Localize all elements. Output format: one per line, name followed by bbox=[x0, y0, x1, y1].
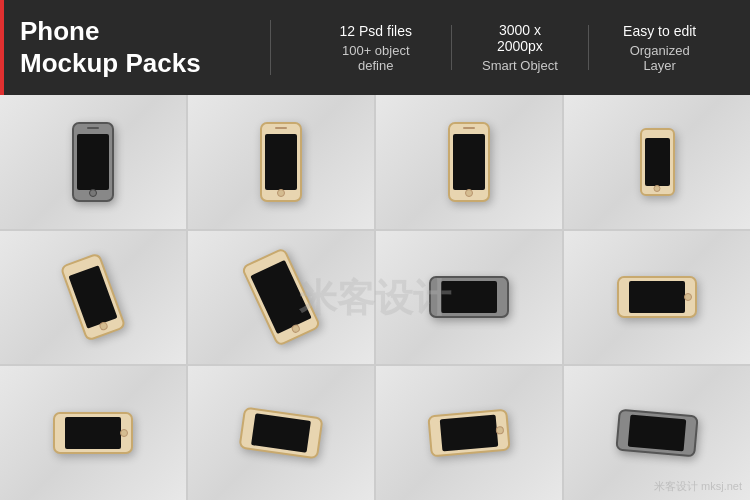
cell-3-4 bbox=[564, 366, 750, 500]
title-line2: Mockup Packs bbox=[20, 48, 201, 78]
screen-10 bbox=[251, 413, 311, 452]
phone-landscape-tilt-1 bbox=[238, 407, 323, 460]
cell-2-3 bbox=[376, 231, 562, 365]
phone-landscape-2 bbox=[53, 412, 133, 454]
cell-2-4 bbox=[564, 231, 750, 365]
cell-3-2 bbox=[188, 366, 374, 500]
screen-6 bbox=[250, 260, 311, 334]
red-accent bbox=[0, 0, 4, 95]
header-title: Phone Mockup Packs bbox=[20, 16, 240, 78]
phone-mockup-1 bbox=[72, 122, 114, 202]
phone-mockup-5 bbox=[72, 257, 114, 337]
screen-8 bbox=[629, 281, 685, 313]
home-btn-6 bbox=[290, 324, 301, 335]
home-btn-8 bbox=[684, 293, 692, 301]
phone-mockup-11 bbox=[429, 412, 509, 454]
phone-small-1 bbox=[640, 128, 675, 196]
feature-group-1: 12 Psd files 100+ object define bbox=[301, 23, 451, 73]
screen-12 bbox=[628, 415, 687, 452]
phone-mockup-2 bbox=[260, 122, 302, 202]
cell-1-1 bbox=[0, 95, 186, 229]
speaker-2 bbox=[275, 127, 287, 129]
home-btn-2 bbox=[277, 189, 285, 197]
feature3-line1: Easy to edit bbox=[619, 23, 700, 39]
phone-mockup-3 bbox=[448, 122, 490, 202]
screen-3 bbox=[453, 134, 485, 190]
phone-mockup-4 bbox=[640, 128, 675, 196]
cell-2-1 bbox=[0, 231, 186, 365]
phone-dark-1 bbox=[72, 122, 114, 202]
home-btn-4 bbox=[654, 185, 661, 192]
screen-2 bbox=[265, 134, 297, 190]
phone-tilt-left-1 bbox=[60, 253, 127, 343]
cell-1-2 bbox=[188, 95, 374, 229]
screen-5 bbox=[68, 266, 117, 330]
feature2-line2: Smart Object bbox=[481, 58, 558, 73]
cell-1-3 bbox=[376, 95, 562, 229]
feature3-line2: Organized Layer bbox=[619, 43, 700, 73]
phone-mockup-7 bbox=[429, 276, 509, 318]
screen-7 bbox=[441, 281, 497, 313]
feature2-line1: 3000 x 2000px bbox=[481, 22, 558, 54]
phone-mockup-9 bbox=[53, 412, 133, 454]
home-btn-3 bbox=[465, 189, 473, 197]
feature1-line1: 12 Psd files bbox=[331, 23, 421, 39]
speaker-1 bbox=[87, 127, 99, 129]
home-btn-9 bbox=[120, 429, 128, 437]
header-divider-1 bbox=[270, 20, 271, 75]
cell-2-2 bbox=[188, 231, 374, 365]
phone-mockup-12 bbox=[617, 412, 697, 454]
screen-11 bbox=[440, 415, 499, 452]
screen-4 bbox=[645, 138, 670, 186]
phone-gold-2 bbox=[448, 122, 490, 202]
phone-dark-landscape-1 bbox=[429, 276, 509, 318]
title-line1: Phone bbox=[20, 16, 99, 46]
cell-3-1 bbox=[0, 366, 186, 500]
phone-landscape-3 bbox=[427, 409, 510, 458]
mockup-grid: 米客设计 米客设计 mksj.net bbox=[0, 95, 750, 500]
header: Phone Mockup Packs 12 Psd files 100+ obj… bbox=[0, 0, 750, 95]
feature1-line2: 100+ object define bbox=[331, 43, 421, 73]
phone-mockup-8 bbox=[617, 276, 697, 318]
phone-mockup-6 bbox=[257, 253, 305, 341]
cell-1-4 bbox=[564, 95, 750, 229]
home-btn-11 bbox=[496, 426, 505, 435]
header-features: 12 Psd files 100+ object define 3000 x 2… bbox=[301, 22, 730, 73]
phone-gold-1 bbox=[260, 122, 302, 202]
phone-mockup-10 bbox=[241, 412, 321, 454]
screen-1 bbox=[77, 134, 109, 190]
home-btn-5 bbox=[98, 321, 108, 331]
screen-9 bbox=[65, 417, 121, 449]
phone-tilt-left-2 bbox=[241, 247, 322, 347]
cell-3-3 bbox=[376, 366, 562, 500]
phone-dark-landscape-2 bbox=[615, 409, 698, 458]
speaker-3 bbox=[463, 127, 475, 129]
feature-group-2: 3000 x 2000px Smart Object bbox=[451, 22, 588, 73]
phone-landscape-1 bbox=[617, 276, 697, 318]
home-btn-1 bbox=[89, 189, 97, 197]
feature-group-3: Easy to edit Organized Layer bbox=[589, 23, 730, 73]
